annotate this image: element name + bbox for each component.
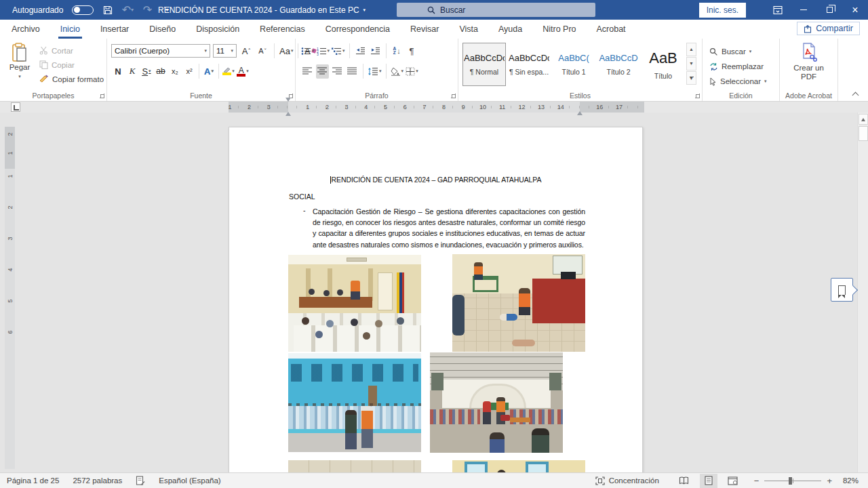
right-indent-marker[interactable] [577,100,583,112]
horizontal-ruler: 32112345678910111213141617 [0,102,868,113]
hanging-indent-marker[interactable] [285,100,291,113]
format-painter-button[interactable]: Copiar formato [39,72,104,86]
tab-referencias[interactable]: Referencias [250,20,315,39]
align-right-button[interactable] [331,64,344,79]
change-case-button[interactable]: Aa▾ [279,44,293,58]
autosave-toggle[interactable] [72,5,94,15]
vertical-scrollbar[interactable] [857,113,868,472]
tab-inicio[interactable]: Inicio [50,20,90,39]
strikethrough-button[interactable]: ab [154,64,167,79]
numbering-button[interactable]: 123▾ [317,44,330,58]
paste-dropdown-caret[interactable]: ▾ [18,74,21,79]
tab-disposicion[interactable]: Disposición [186,20,250,39]
search-input[interactable]: Buscar [397,3,595,17]
sort-button[interactable]: AZ ↓ [391,44,403,58]
proofing-status-icon[interactable] [136,476,145,485]
borders-button[interactable]: ▾ [406,64,418,79]
tab-revisar[interactable]: Revisar [400,20,449,39]
language-status[interactable]: Español (España) [159,476,220,485]
minimize-button[interactable] [791,0,816,20]
tab-insertar[interactable]: Insertar [90,20,139,39]
underline-button[interactable]: S▾ [140,64,153,79]
styles-scroll-up[interactable]: ▲ [686,43,696,56]
italic-button[interactable]: K [125,64,139,79]
school-courtyard-photo[interactable] [288,353,421,452]
increase-indent-button[interactable] [369,44,382,58]
justify-button[interactable] [346,64,359,79]
shading-button[interactable]: ▾ [391,64,404,79]
cpr-training-photo[interactable] [452,254,585,352]
page-number-status[interactable]: Página 1 de 25 [7,476,59,485]
ribbon-display-options-icon[interactable] [765,0,791,20]
tab-nitro-pro[interactable]: Nitro Pro [532,20,586,39]
subscript-button[interactable]: x₂ [168,64,182,79]
bold-button[interactable]: N [111,64,125,79]
styles-dialog-launcher[interactable] [695,94,700,98]
replace-button[interactable]: Reemplazar [709,59,767,74]
tab-vista[interactable]: Vista [449,20,488,39]
scrollbar-thumb[interactable] [859,126,868,141]
tab-selector-button[interactable] [11,102,20,112]
bookmark-flag-callout[interactable] [831,278,853,302]
section-heading[interactable]: SOCIAL [289,192,315,201]
paste-button[interactable]: Pegar ▾ [5,43,34,79]
tab-correspondencia[interactable]: Correspondencia [315,20,400,39]
tab-archivo[interactable]: Archivo [1,20,50,39]
document-page[interactable]: RENDICIÓN DE CUENTA 2024 – GAD PARROQUIA… [229,127,643,472]
font-size-select[interactable]: 11▾ [213,44,237,58]
create-pdf-button[interactable]: Crear un PDF [780,43,837,81]
read-mode-button[interactable] [675,474,693,488]
restore-button[interactable] [816,0,842,20]
style-no-spacing[interactable]: AaBbCcDc ¶ Sin espa... [507,43,551,86]
print-layout-button[interactable] [700,474,717,488]
zoom-slider-thumb[interactable] [789,477,792,485]
bullets-button[interactable]: ▾ [301,44,315,58]
style-title[interactable]: AaB Título [642,43,685,86]
styles-gallery-more[interactable]: ▼ [686,71,696,85]
line-spacing-button[interactable]: ▾ [368,64,382,79]
meeting-room-photo[interactable] [288,255,421,352]
tab-ayuda[interactable]: Ayuda [488,20,532,39]
font-color-button[interactable]: A▾ [236,64,250,79]
align-center-button[interactable] [316,64,329,79]
style-heading-1[interactable]: AaBbC( Título 1 [552,43,595,86]
font-name-select[interactable]: Calibri (Cuerpo)▾ [111,44,210,58]
style-normal[interactable]: AaBbCcDc ¶ Normal [462,43,506,86]
style-heading-2[interactable]: AaBbCcD Título 2 [597,43,640,86]
share-button[interactable]: Compartir [797,22,860,35]
text-highlight-button[interactable]: ▾ [222,64,235,79]
styles-scroll-down[interactable]: ▼ [686,57,696,70]
grow-font-button[interactable]: Aˆ [239,44,253,58]
tab-acrobat[interactable]: Acrobat [587,20,636,39]
paragraph-dialog-launcher[interactable] [451,94,456,98]
community-hall-photo[interactable] [430,352,563,453]
select-button[interactable]: Seleccionar▾ [709,74,767,89]
web-layout-button[interactable] [724,474,742,488]
zoom-out-button[interactable]: − [754,476,760,486]
find-button[interactable]: Buscar▾ [709,44,767,59]
list-item[interactable]: - Capacitación Gestión de Riesgo – Se ge… [303,206,585,250]
save-icon[interactable] [102,5,113,16]
clipboard-dialog-launcher[interactable] [100,94,104,98]
text-effects-button[interactable]: A▾ [202,64,216,79]
focus-mode-button[interactable]: Concentración [595,476,659,485]
classroom-partial-photo[interactable] [452,460,585,472]
scrollbar-up-arrow[interactable] [859,114,868,125]
zoom-in-button[interactable]: + [827,476,832,486]
document-title-line[interactable]: RENDICIÓN DE CUENTA 2024 – GAD PARROQUIA… [229,176,642,184]
decrease-indent-button[interactable] [354,44,367,58]
shrink-font-button[interactable]: Aˇ [256,44,269,58]
tab-diseno[interactable]: Diseño [139,20,186,39]
ribbon: Pegar ▾ Cortar Copiar Copiar formato [0,39,868,102]
ceiling-partial-photo[interactable] [288,460,421,472]
paragraph-text[interactable]: Capacitación Gestión de Riesgo – Se gest… [313,206,585,250]
collapse-ribbon-button[interactable] [853,92,859,97]
word-count-status[interactable]: 2572 palabras [73,476,122,485]
superscript-button[interactable]: x² [182,64,196,79]
align-left-button[interactable] [301,64,314,79]
close-button[interactable]: × [842,0,868,20]
zoom-level[interactable]: 82% [843,476,859,485]
sign-in-button[interactable]: Inic. ses. [699,3,746,18]
show-paragraph-marks-button[interactable]: ¶ [406,44,418,58]
multilevel-list-button[interactable]: ▾ [332,44,345,58]
